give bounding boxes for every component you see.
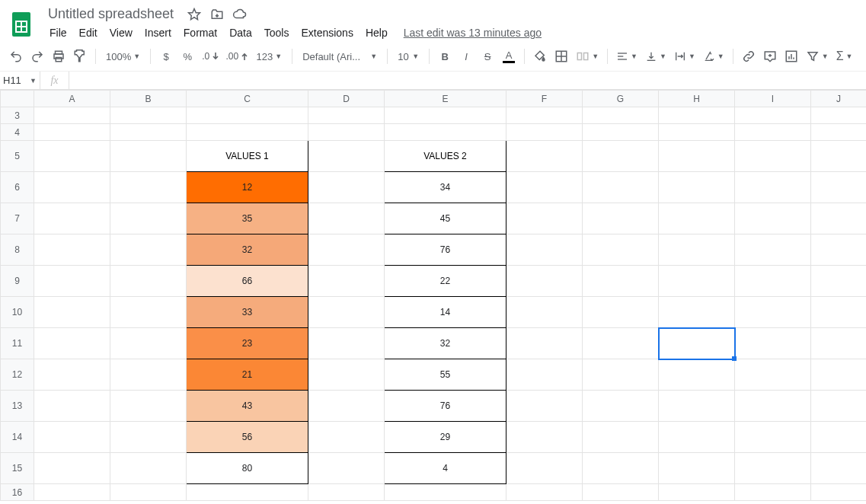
cell-B8[interactable] — [110, 234, 187, 266]
cell-C4[interactable] — [187, 124, 308, 141]
text-wrap-button[interactable]: ▼ — [671, 46, 698, 66]
cell-G3[interactable] — [583, 107, 659, 124]
cell-F14[interactable] — [506, 422, 583, 453]
merge-cells-button[interactable]: ▼ — [573, 46, 602, 66]
cell-D9[interactable] — [308, 266, 385, 297]
cell-D13[interactable] — [308, 391, 385, 422]
cell-D11[interactable] — [308, 328, 385, 359]
text-color-button[interactable]: A — [499, 46, 519, 66]
cell-F15[interactable] — [506, 453, 583, 484]
cell-D7[interactable] — [308, 203, 385, 234]
cell-G9[interactable] — [583, 266, 659, 297]
cell-H5[interactable] — [659, 141, 735, 172]
cell-G4[interactable] — [583, 124, 659, 141]
cell-F12[interactable] — [506, 359, 583, 391]
cell-H10[interactable] — [659, 297, 735, 328]
cell-E3[interactable] — [385, 107, 506, 124]
cell-E13[interactable]: 76 — [385, 391, 506, 422]
cell-F16[interactable] — [506, 484, 583, 501]
cell-C10[interactable]: 33 — [187, 297, 308, 328]
cell-I6[interactable] — [735, 172, 811, 203]
cell-G16[interactable] — [583, 484, 659, 501]
cell-A6[interactable] — [34, 172, 110, 203]
cell-F8[interactable] — [506, 234, 583, 266]
cell-I14[interactable] — [735, 422, 811, 453]
format-percent-button[interactable]: % — [177, 46, 197, 66]
cell-A3[interactable] — [34, 107, 110, 124]
col-header-I[interactable]: I — [735, 91, 811, 107]
decrease-decimal-button[interactable]: .0 — [199, 46, 221, 66]
cell-H12[interactable] — [659, 359, 735, 391]
menu-extensions[interactable]: Extensions — [296, 24, 358, 42]
cell-I8[interactable] — [735, 234, 811, 266]
row-header-13[interactable]: 13 — [1, 391, 34, 422]
cell-D4[interactable] — [308, 124, 385, 141]
cell-A9[interactable] — [34, 266, 110, 297]
col-header-E[interactable]: E — [385, 91, 506, 107]
cell-C16[interactable] — [187, 484, 308, 501]
row-header-6[interactable]: 6 — [1, 172, 34, 203]
cell-H6[interactable] — [659, 172, 735, 203]
cell-I15[interactable] — [735, 453, 811, 484]
col-header-B[interactable]: B — [110, 91, 187, 107]
borders-button[interactable] — [551, 46, 571, 66]
select-all-corner[interactable] — [1, 91, 34, 107]
increase-decimal-button[interactable]: .00 — [223, 46, 251, 66]
cell-J15[interactable] — [811, 453, 867, 484]
insert-comment-button[interactable] — [760, 46, 780, 66]
row-header-12[interactable]: 12 — [1, 359, 34, 391]
vertical-align-button[interactable]: ▼ — [642, 46, 669, 66]
row-header-16[interactable]: 16 — [1, 484, 34, 501]
cell-I13[interactable] — [735, 391, 811, 422]
cell-H16[interactable] — [659, 484, 735, 501]
cell-D6[interactable] — [308, 172, 385, 203]
cell-D8[interactable] — [308, 234, 385, 266]
cell-D15[interactable] — [308, 453, 385, 484]
cell-C3[interactable] — [187, 107, 308, 124]
cell-G13[interactable] — [583, 391, 659, 422]
cell-B4[interactable] — [110, 124, 187, 141]
cell-B5[interactable] — [110, 141, 187, 172]
cell-H14[interactable] — [659, 422, 735, 453]
cell-I10[interactable] — [735, 297, 811, 328]
cell-B10[interactable] — [110, 297, 187, 328]
cell-F13[interactable] — [506, 391, 583, 422]
zoom-select[interactable]: 100%▼ — [101, 46, 145, 66]
cell-E15[interactable]: 4 — [385, 453, 506, 484]
cell-J13[interactable] — [811, 391, 867, 422]
row-header-3[interactable]: 3 — [1, 107, 34, 124]
spreadsheet-grid[interactable]: ABCDEFGHIJ345VALUES 1VALUES 261234735458… — [0, 90, 866, 501]
paint-format-button[interactable] — [70, 46, 90, 66]
cell-J9[interactable] — [811, 266, 867, 297]
cell-A12[interactable] — [34, 359, 110, 391]
cell-F11[interactable] — [506, 328, 583, 359]
cell-E11[interactable]: 32 — [385, 328, 506, 359]
cell-C5[interactable]: VALUES 1 — [187, 141, 308, 172]
cell-A4[interactable] — [34, 124, 110, 141]
cell-F6[interactable] — [506, 172, 583, 203]
cell-A16[interactable] — [34, 484, 110, 501]
cell-G15[interactable] — [583, 453, 659, 484]
cell-F7[interactable] — [506, 203, 583, 234]
cloud-icon[interactable] — [232, 8, 248, 21]
cell-E4[interactable] — [385, 124, 506, 141]
cell-D16[interactable] — [308, 484, 385, 501]
menu-data[interactable]: Data — [224, 24, 257, 42]
row-header-10[interactable]: 10 — [1, 297, 34, 328]
redo-button[interactable] — [27, 46, 47, 66]
row-header-14[interactable]: 14 — [1, 422, 34, 453]
cell-I4[interactable] — [735, 124, 811, 141]
cell-H9[interactable] — [659, 266, 735, 297]
cell-I9[interactable] — [735, 266, 811, 297]
cell-A13[interactable] — [34, 391, 110, 422]
cell-G14[interactable] — [583, 422, 659, 453]
cell-A15[interactable] — [34, 453, 110, 484]
cell-D5[interactable] — [308, 141, 385, 172]
move-icon[interactable] — [209, 8, 225, 21]
cell-F9[interactable] — [506, 266, 583, 297]
cell-F10[interactable] — [506, 297, 583, 328]
cell-J10[interactable] — [811, 297, 867, 328]
cell-G7[interactable] — [583, 203, 659, 234]
cell-E5[interactable]: VALUES 2 — [385, 141, 506, 172]
cell-J8[interactable] — [811, 234, 867, 266]
